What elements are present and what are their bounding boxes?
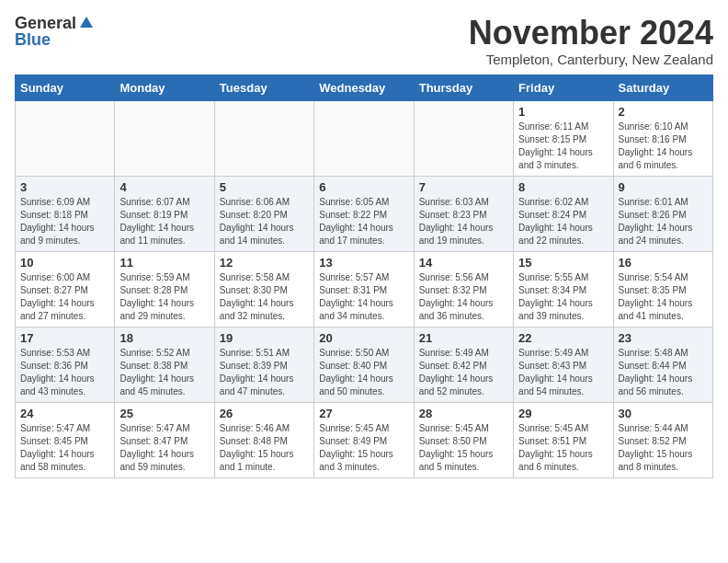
svg-marker-0 bbox=[80, 17, 93, 28]
week-row-4: 17Sunrise: 5:53 AMSunset: 8:36 PMDayligh… bbox=[16, 327, 713, 402]
day-cell: 4Sunrise: 6:07 AMSunset: 8:19 PMDaylight… bbox=[115, 176, 214, 251]
col-header-wednesday: Wednesday bbox=[314, 75, 414, 100]
day-cell: 30Sunrise: 5:44 AMSunset: 8:52 PMDayligh… bbox=[613, 402, 712, 477]
week-row-1: 1Sunrise: 6:11 AMSunset: 8:15 PMDaylight… bbox=[16, 100, 713, 176]
day-detail: Sunrise: 6:05 AMSunset: 8:22 PMDaylight:… bbox=[319, 196, 408, 247]
week-row-2: 3Sunrise: 6:09 AMSunset: 8:18 PMDaylight… bbox=[16, 176, 713, 251]
logo-general: General bbox=[15, 15, 76, 31]
day-cell: 6Sunrise: 6:05 AMSunset: 8:22 PMDaylight… bbox=[314, 176, 414, 251]
day-cell: 15Sunrise: 5:55 AMSunset: 8:34 PMDayligh… bbox=[514, 251, 613, 327]
day-cell bbox=[414, 100, 513, 176]
day-cell: 18Sunrise: 5:52 AMSunset: 8:38 PMDayligh… bbox=[115, 327, 214, 402]
day-number: 29 bbox=[518, 407, 608, 420]
day-detail: Sunrise: 5:55 AMSunset: 8:34 PMDaylight:… bbox=[518, 271, 608, 323]
day-cell bbox=[115, 100, 214, 176]
day-cell: 22Sunrise: 5:49 AMSunset: 8:43 PMDayligh… bbox=[514, 327, 613, 402]
day-number: 22 bbox=[518, 331, 608, 345]
day-detail: Sunrise: 5:48 AMSunset: 8:44 PMDaylight:… bbox=[619, 347, 708, 398]
day-cell: 7Sunrise: 6:03 AMSunset: 8:23 PMDaylight… bbox=[414, 176, 513, 251]
day-cell: 27Sunrise: 5:45 AMSunset: 8:49 PMDayligh… bbox=[314, 402, 414, 477]
day-cell: 25Sunrise: 5:47 AMSunset: 8:47 PMDayligh… bbox=[115, 402, 214, 477]
day-cell: 8Sunrise: 6:02 AMSunset: 8:24 PMDaylight… bbox=[514, 176, 613, 251]
day-detail: Sunrise: 5:50 AMSunset: 8:40 PMDaylight:… bbox=[319, 347, 408, 398]
day-cell: 5Sunrise: 6:06 AMSunset: 8:20 PMDaylight… bbox=[214, 176, 313, 251]
day-number: 25 bbox=[119, 407, 209, 420]
day-detail: Sunrise: 5:59 AMSunset: 8:28 PMDaylight:… bbox=[119, 271, 209, 323]
day-cell bbox=[16, 100, 115, 176]
day-detail: Sunrise: 6:01 AMSunset: 8:26 PMDaylight:… bbox=[619, 196, 708, 247]
day-number: 23 bbox=[619, 331, 708, 345]
header: General Blue November 2024 Templeton, Ca… bbox=[15, 15, 713, 67]
week-row-5: 24Sunrise: 5:47 AMSunset: 8:45 PMDayligh… bbox=[16, 402, 713, 477]
day-number: 4 bbox=[119, 180, 209, 194]
day-number: 13 bbox=[319, 256, 408, 270]
day-detail: Sunrise: 5:45 AMSunset: 8:50 PMDaylight:… bbox=[419, 422, 508, 474]
day-detail: Sunrise: 5:51 AMSunset: 8:39 PMDaylight:… bbox=[220, 347, 309, 398]
day-detail: Sunrise: 6:02 AMSunset: 8:24 PMDaylight:… bbox=[518, 196, 608, 247]
title-area: November 2024 Templeton, Canterbury, New… bbox=[469, 15, 713, 67]
day-cell: 3Sunrise: 6:09 AMSunset: 8:18 PMDaylight… bbox=[16, 176, 115, 251]
day-number: 19 bbox=[220, 331, 309, 345]
day-number: 24 bbox=[20, 407, 109, 420]
day-number: 5 bbox=[220, 180, 309, 194]
day-detail: Sunrise: 5:58 AMSunset: 8:30 PMDaylight:… bbox=[220, 271, 309, 323]
day-detail: Sunrise: 6:10 AMSunset: 8:16 PMDaylight:… bbox=[619, 121, 708, 172]
day-detail: Sunrise: 5:47 AMSunset: 8:47 PMDaylight:… bbox=[119, 422, 209, 474]
day-detail: Sunrise: 6:06 AMSunset: 8:20 PMDaylight:… bbox=[220, 196, 309, 247]
col-header-sunday: Sunday bbox=[16, 75, 115, 100]
logo-icon bbox=[78, 15, 95, 31]
day-detail: Sunrise: 6:11 AMSunset: 8:15 PMDaylight:… bbox=[518, 121, 608, 172]
day-number: 7 bbox=[419, 180, 508, 194]
day-detail: Sunrise: 5:45 AMSunset: 8:51 PMDaylight:… bbox=[518, 422, 608, 474]
day-cell bbox=[314, 100, 414, 176]
col-header-thursday: Thursday bbox=[414, 75, 513, 100]
day-detail: Sunrise: 5:45 AMSunset: 8:49 PMDaylight:… bbox=[319, 422, 408, 474]
day-number: 26 bbox=[220, 407, 309, 420]
day-number: 8 bbox=[518, 180, 608, 194]
location-title: Templeton, Canterbury, New Zealand bbox=[469, 52, 713, 67]
day-number: 18 bbox=[119, 331, 209, 345]
day-number: 30 bbox=[619, 407, 708, 420]
day-cell: 20Sunrise: 5:50 AMSunset: 8:40 PMDayligh… bbox=[314, 327, 414, 402]
day-detail: Sunrise: 5:52 AMSunset: 8:38 PMDaylight:… bbox=[119, 347, 209, 398]
day-cell: 29Sunrise: 5:45 AMSunset: 8:51 PMDayligh… bbox=[514, 402, 613, 477]
day-cell: 2Sunrise: 6:10 AMSunset: 8:16 PMDaylight… bbox=[613, 100, 712, 176]
day-number: 14 bbox=[419, 256, 508, 270]
col-header-monday: Monday bbox=[115, 75, 214, 100]
week-row-3: 10Sunrise: 6:00 AMSunset: 8:27 PMDayligh… bbox=[16, 251, 713, 327]
day-cell: 14Sunrise: 5:56 AMSunset: 8:32 PMDayligh… bbox=[414, 251, 513, 327]
day-cell: 11Sunrise: 5:59 AMSunset: 8:28 PMDayligh… bbox=[115, 251, 214, 327]
day-number: 12 bbox=[220, 256, 309, 270]
month-title: November 2024 bbox=[469, 15, 713, 52]
day-number: 9 bbox=[619, 180, 708, 194]
day-cell: 13Sunrise: 5:57 AMSunset: 8:31 PMDayligh… bbox=[314, 251, 414, 327]
day-cell: 1Sunrise: 6:11 AMSunset: 8:15 PMDaylight… bbox=[514, 100, 613, 176]
day-cell: 10Sunrise: 6:00 AMSunset: 8:27 PMDayligh… bbox=[16, 251, 115, 327]
day-number: 1 bbox=[518, 105, 608, 119]
day-detail: Sunrise: 5:47 AMSunset: 8:45 PMDaylight:… bbox=[20, 422, 109, 474]
day-cell: 17Sunrise: 5:53 AMSunset: 8:36 PMDayligh… bbox=[16, 327, 115, 402]
day-cell: 12Sunrise: 5:58 AMSunset: 8:30 PMDayligh… bbox=[214, 251, 313, 327]
day-number: 15 bbox=[518, 256, 608, 270]
day-detail: Sunrise: 5:44 AMSunset: 8:52 PMDaylight:… bbox=[619, 422, 708, 474]
col-header-saturday: Saturday bbox=[613, 75, 712, 100]
day-number: 20 bbox=[319, 331, 408, 345]
header-row: SundayMondayTuesdayWednesdayThursdayFrid… bbox=[16, 75, 713, 100]
day-number: 3 bbox=[20, 180, 109, 194]
logo: General Blue bbox=[15, 15, 95, 48]
day-cell: 21Sunrise: 5:49 AMSunset: 8:42 PMDayligh… bbox=[414, 327, 513, 402]
day-number: 28 bbox=[419, 407, 508, 420]
day-cell: 9Sunrise: 6:01 AMSunset: 8:26 PMDaylight… bbox=[613, 176, 712, 251]
day-detail: Sunrise: 5:49 AMSunset: 8:42 PMDaylight:… bbox=[419, 347, 508, 398]
col-header-friday: Friday bbox=[514, 75, 613, 100]
day-number: 10 bbox=[20, 256, 109, 270]
day-number: 6 bbox=[319, 180, 408, 194]
calendar-table: SundayMondayTuesdayWednesdayThursdayFrid… bbox=[15, 75, 713, 478]
day-detail: Sunrise: 5:57 AMSunset: 8:31 PMDaylight:… bbox=[319, 271, 408, 323]
day-cell: 16Sunrise: 5:54 AMSunset: 8:35 PMDayligh… bbox=[613, 251, 712, 327]
day-detail: Sunrise: 5:54 AMSunset: 8:35 PMDaylight:… bbox=[619, 271, 708, 323]
day-number: 11 bbox=[119, 256, 209, 270]
day-detail: Sunrise: 6:09 AMSunset: 8:18 PMDaylight:… bbox=[20, 196, 109, 247]
day-detail: Sunrise: 5:46 AMSunset: 8:48 PMDaylight:… bbox=[220, 422, 309, 474]
logo-blue: Blue bbox=[15, 31, 51, 48]
